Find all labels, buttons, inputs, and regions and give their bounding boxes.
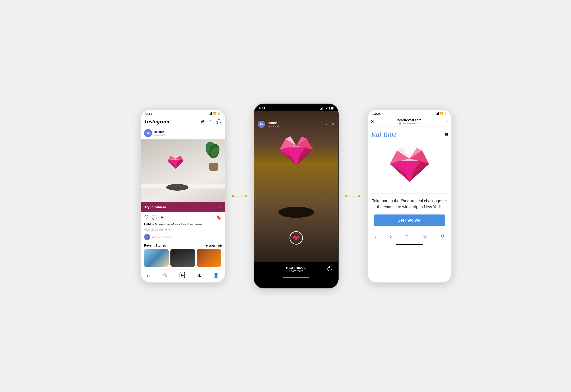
post-actions-left: ♡ 💬 ➤ bbox=[144, 214, 164, 220]
camera-bottom-bar: Heart Reveal Learn more bbox=[254, 262, 338, 275]
browser-subdomain: 🔒 heartreveal.com bbox=[376, 122, 442, 125]
nav-forward-icon[interactable]: › bbox=[390, 233, 392, 239]
post-user: kb kaiblue Sponsored bbox=[144, 129, 166, 137]
caption-username[interactable]: kaiblue bbox=[144, 223, 154, 226]
new-post-icon[interactable]: ⊕ bbox=[201, 119, 205, 125]
web-logo[interactable]: Kai Blue bbox=[371, 130, 396, 139]
camera-avatar: kb bbox=[258, 121, 265, 128]
nav-reload-icon[interactable]: ↺ bbox=[440, 233, 445, 239]
camera-preview-circle[interactable] bbox=[289, 231, 303, 245]
camera-user-info: kb kaiblue Sponsored bbox=[258, 121, 279, 128]
browser-url-info: heartreveal.com 🔒 heartreveal.com bbox=[376, 118, 442, 125]
notifications-icon[interactable]: ♡ bbox=[208, 119, 213, 125]
web-heart-container bbox=[371, 141, 448, 190]
nav-shop-icon[interactable]: 🛍 bbox=[197, 273, 201, 278]
home-indicator-1 bbox=[169, 283, 196, 283]
filter-info: Heart Reveal Learn more bbox=[267, 266, 326, 273]
story-2[interactable] bbox=[170, 249, 195, 267]
nav-search-icon[interactable]: 🔍 bbox=[162, 272, 168, 278]
status-bar-2: 9:41 ▲ ▮▮▮ bbox=[254, 104, 338, 111]
add-comment-placeholder[interactable]: Add a comment... bbox=[152, 236, 175, 239]
header-icons: ⊕ ♡ 💬 bbox=[201, 119, 221, 125]
post-more-icon[interactable]: ··· bbox=[217, 131, 222, 135]
browser-bar: ✕ heartreveal.com 🔒 heartreveal.com ··· bbox=[368, 116, 451, 127]
battery-icon-2: ▮▮▮ bbox=[329, 107, 334, 110]
story-3[interactable] bbox=[197, 249, 221, 267]
share-icon[interactable]: ➤ bbox=[160, 215, 164, 220]
camera-shadow-oval bbox=[278, 207, 314, 218]
post-caption: kaiblue Share some of your love #heartre… bbox=[141, 223, 225, 228]
instagram-header: Instagram ⊕ ♡ 💬 bbox=[141, 116, 225, 127]
save-icon[interactable]: 🔖 bbox=[216, 215, 222, 220]
comment-avatar bbox=[144, 234, 150, 240]
watch-all-btn[interactable]: ▶ Watch All bbox=[206, 244, 222, 247]
status-bar-1: 9:41 📶 🔋 bbox=[141, 110, 225, 116]
arrow-1 bbox=[234, 196, 247, 196]
arrow-2 bbox=[347, 196, 361, 196]
nav-back-icon[interactable]: ‹ bbox=[375, 233, 376, 239]
nav-home-icon[interactable]: ⌂ bbox=[147, 272, 150, 278]
user-avatar[interactable]: kb bbox=[144, 129, 152, 137]
arrow-2-container bbox=[345, 195, 361, 197]
nav-profile-icon[interactable]: 👤 bbox=[213, 272, 219, 278]
nav-share-icon[interactable]: ⇧ bbox=[406, 234, 409, 239]
wood-line-2 bbox=[254, 178, 338, 181]
camera-view: kb kaiblue Sponsored ··· ✕ bbox=[254, 111, 338, 262]
try-camera-label: Try in camera bbox=[145, 205, 166, 209]
browser-close-icon[interactable]: ✕ bbox=[371, 119, 374, 124]
wood-line-3 bbox=[254, 193, 338, 196]
time-1: 9:41 bbox=[145, 112, 152, 116]
battery-icon-3: 🔋 bbox=[444, 112, 447, 115]
filter-learn-more[interactable]: Learn more bbox=[289, 269, 303, 273]
hamburger-icon[interactable]: ≡ bbox=[445, 132, 448, 138]
post-bg bbox=[141, 140, 225, 202]
time-2: 9:41 bbox=[259, 106, 265, 110]
time-3: 13:24 bbox=[372, 112, 380, 116]
camera-more-icon[interactable]: ··· bbox=[323, 122, 327, 127]
play-icon: ▶ bbox=[206, 244, 208, 247]
comment-icon[interactable]: 💬 bbox=[152, 215, 157, 220]
instagram-logo: Instagram bbox=[145, 118, 169, 125]
phone1-instagram: 9:41 📶 🔋 Instagram ⊕ ♡ 💬 bbox=[140, 109, 225, 283]
ar-heart-small bbox=[165, 153, 186, 171]
messenger-icon[interactable]: 💬 bbox=[216, 119, 221, 124]
post-header: kb kaiblue Sponsored ··· bbox=[141, 127, 225, 140]
wifi-icon-2: ▲ bbox=[325, 106, 328, 110]
nav-reels-icon[interactable]: ▶ bbox=[180, 272, 185, 278]
camera-top-bar: kb kaiblue Sponsored ··· ✕ bbox=[254, 119, 338, 130]
get-involved-button[interactable]: Get Involved bbox=[374, 214, 445, 226]
add-comment-row: Add a comment... bbox=[141, 233, 225, 241]
camera-flip-icon[interactable] bbox=[326, 265, 334, 273]
scene-container: 9:41 📶 🔋 Instagram ⊕ ♡ 💬 bbox=[140, 104, 431, 288]
filter-name: Heart Reveal bbox=[286, 266, 306, 269]
phone3-web: 13:24 📶 🔋 ✕ heartreveal.com 🔒 heartreve bbox=[367, 109, 452, 283]
like-icon[interactable]: ♡ bbox=[144, 214, 149, 220]
status-icons-2: ▲ ▮▮▮ bbox=[320, 106, 334, 110]
try-in-camera-bar[interactable]: Try in camera › bbox=[141, 202, 225, 212]
status-bar-3: 13:24 📶 🔋 bbox=[368, 110, 451, 116]
caption-text: Share some of your love #heartreveal bbox=[155, 223, 203, 226]
web-cta-section: Take part in the #heartreveal challenge … bbox=[368, 193, 451, 231]
watch-all-label: Watch All bbox=[209, 244, 222, 247]
browser-domain[interactable]: heartreveal.com bbox=[376, 118, 442, 122]
lock-icon: 🔒 bbox=[399, 122, 402, 125]
battery-icon-1: 🔋 bbox=[217, 112, 220, 115]
status-icons-1: 📶 🔋 bbox=[208, 112, 220, 115]
cta-text: Take part in the #heartreveal challenge … bbox=[371, 198, 448, 210]
stories-row bbox=[141, 249, 225, 269]
camera-close-icon[interactable]: ✕ bbox=[331, 121, 335, 127]
web-content: Kai Blue ≡ bbox=[368, 127, 451, 193]
post-username[interactable]: kaiblue bbox=[154, 130, 166, 134]
recent-stories-header: Recent Stories ▶ Watch All bbox=[141, 241, 225, 249]
browser-more-icon[interactable]: ··· bbox=[445, 119, 448, 124]
phone2-camera: 9:41 ▲ ▮▮▮ kb kaiblue Sp bbox=[254, 104, 339, 288]
camera-user-details: kaiblue Sponsored bbox=[267, 121, 279, 127]
story-1[interactable] bbox=[144, 249, 169, 267]
view-comments[interactable]: View all 5 comments bbox=[141, 228, 225, 233]
web-nav: Kai Blue ≡ bbox=[371, 130, 448, 139]
home-indicator-3 bbox=[396, 244, 423, 245]
web-heart-3d bbox=[387, 145, 432, 185]
home-indicator-2 bbox=[283, 277, 310, 278]
ar-heart-large bbox=[276, 133, 316, 169]
nav-history-icon[interactable]: ⊙ bbox=[423, 234, 427, 239]
